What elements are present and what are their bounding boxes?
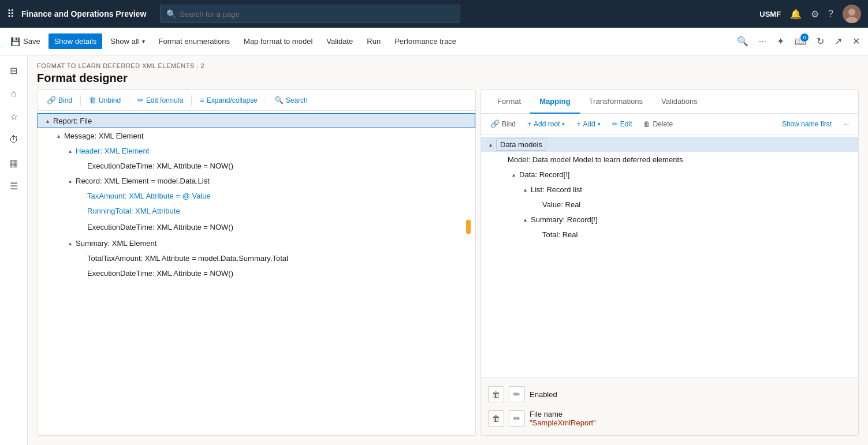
mapping-item-text: Total: Real bbox=[542, 230, 578, 239]
tree-item[interactable]: ExecutionDateTime: XML Attribute = NOW() bbox=[38, 218, 475, 235]
toolbar-refresh-icon[interactable]: ↻ bbox=[813, 32, 828, 50]
ftb-separator-2 bbox=[129, 95, 129, 106]
tree-toggle[interactable]: ▴ bbox=[65, 238, 74, 248]
mapping-item[interactable]: ▴ Summary: Record[!] bbox=[481, 212, 858, 227]
global-search-input[interactable] bbox=[180, 10, 454, 18]
toolbar-close-icon[interactable]: ✕ bbox=[849, 32, 863, 50]
toolbar: 💾 Save Show details Show all Format enum… bbox=[0, 28, 868, 55]
designer-layout: 🔗 Bind 🗑 Unbind ✏ Edit formula bbox=[28, 89, 868, 445]
toolbar-open-icon[interactable]: ↗ bbox=[831, 32, 845, 50]
mapping-item[interactable]: Total: Real bbox=[481, 227, 858, 242]
delete-button[interactable]: 🗑 Delete bbox=[639, 118, 677, 130]
sidebar-history-icon[interactable]: ⏱ bbox=[3, 129, 24, 150]
tree-item[interactable]: ▴ Header: XML Element bbox=[38, 143, 475, 158]
mapping-toggle[interactable]: ▴ bbox=[509, 170, 518, 179]
mapping-toggle[interactable]: ▴ bbox=[520, 185, 530, 194]
breadcrumb: FORMAT TO LEARN DEFERRED XML ELEMENTS : … bbox=[37, 62, 859, 69]
show-details-button[interactable]: Show details bbox=[49, 33, 103, 49]
edit-formula-button[interactable]: ✏ Edit formula bbox=[133, 94, 188, 107]
edit-formula-icon: ✏ bbox=[137, 96, 144, 104]
tree-item-text: RunningTotal: XML Attribute bbox=[87, 207, 180, 215]
tree-item-text: ExecutionDateTime: XML Attribute = NOW() bbox=[87, 223, 233, 231]
filename-edit-button[interactable]: ✏ bbox=[509, 410, 525, 427]
enabled-delete-button[interactable]: 🗑 bbox=[488, 386, 504, 402]
toolbar-book-icon[interactable]: 📖 0 bbox=[791, 32, 810, 50]
search-icon: 🔍 bbox=[166, 9, 176, 18]
avatar[interactable] bbox=[843, 5, 861, 23]
main-layout: ⊟ ⌂ ☆ ⏱ ▦ ☰ FORMAT TO LEARN DEFERRED XML… bbox=[0, 55, 868, 445]
run-label: Run bbox=[367, 37, 381, 46]
tree-toggle[interactable]: ▴ bbox=[43, 116, 52, 125]
edit-button[interactable]: ✏ Edit bbox=[608, 118, 637, 130]
tree-item[interactable]: ▴ Summary: XML Element bbox=[38, 235, 475, 250]
expand-collapse-button[interactable]: ≡ Expand/collapse bbox=[195, 94, 262, 107]
sidebar-filter-icon[interactable]: ⊟ bbox=[3, 60, 24, 81]
map-format-to-model-button[interactable]: Map format to model bbox=[238, 33, 318, 49]
mapping-item[interactable]: ▴ Data models bbox=[481, 137, 858, 152]
mapping-item[interactable]: Model: Data model Model to learn deferre… bbox=[481, 152, 858, 167]
edit-formula-label: Edit formula bbox=[146, 96, 183, 104]
tree-toggle[interactable]: ▴ bbox=[65, 176, 74, 185]
more-options-button[interactable]: ··· bbox=[839, 118, 854, 130]
tree-item[interactable]: ExecutionDateTime: XML Attribute = NOW() bbox=[38, 158, 475, 173]
sidebar-calendar-icon[interactable]: ▦ bbox=[3, 152, 24, 173]
add-button[interactable]: + Add bbox=[572, 118, 605, 130]
bind-button[interactable]: 🔗 Bind bbox=[42, 94, 77, 107]
format-panel: 🔗 Bind 🗑 Unbind ✏ Edit formula bbox=[37, 89, 476, 436]
toolbar-pin-icon[interactable]: ✦ bbox=[773, 32, 788, 50]
mapping-item[interactable]: Value: Real bbox=[481, 197, 858, 212]
mapping-item[interactable]: ▴ List: Record list bbox=[481, 182, 858, 197]
tree-item[interactable]: ▴ Message: XML Element bbox=[38, 128, 475, 143]
mapping-toggle[interactable]: ▴ bbox=[486, 140, 495, 149]
tree-item[interactable]: TotalTaxAmount: XML Attribute = model.Da… bbox=[38, 250, 475, 265]
add-root-button[interactable]: + Add root bbox=[523, 118, 569, 130]
add-root-icon: + bbox=[527, 120, 531, 128]
filename-property-row: 🗑 ✏ File name "SampleXmlReport" bbox=[488, 406, 851, 431]
help-icon[interactable]: ? bbox=[828, 9, 833, 19]
toolbar-search-icon[interactable]: 🔍 bbox=[733, 32, 752, 50]
tree-item[interactable]: RunningTotal: XML Attribute bbox=[38, 203, 475, 218]
filename-delete-button[interactable]: 🗑 bbox=[488, 410, 504, 427]
tree-toggle[interactable]: ▴ bbox=[65, 146, 74, 155]
show-all-label: Show all bbox=[110, 37, 139, 46]
filename-label: File name bbox=[530, 410, 596, 418]
sidebar-star-icon[interactable]: ☆ bbox=[3, 106, 24, 127]
tab-validations[interactable]: Validations bbox=[652, 90, 707, 114]
mapping-item[interactable]: ▴ Data: Record[!] bbox=[481, 167, 858, 182]
save-button[interactable]: 💾 Save bbox=[5, 33, 46, 50]
validate-button[interactable]: Validate bbox=[321, 33, 359, 49]
filename-value: "SampleXmlReport" bbox=[530, 418, 596, 427]
save-icon: 💾 bbox=[10, 37, 20, 46]
format-enumerations-button[interactable]: Format enumerations bbox=[153, 33, 236, 49]
enabled-edit-button[interactable]: ✏ bbox=[509, 386, 525, 402]
search-icon-small: 🔍 bbox=[274, 96, 284, 104]
show-name-first-button[interactable]: Show name first bbox=[777, 118, 836, 130]
tree-toggle[interactable]: ▴ bbox=[54, 131, 63, 140]
performance-trace-button[interactable]: Performance trace bbox=[389, 33, 462, 49]
global-search-bar[interactable]: 🔍 bbox=[160, 5, 460, 23]
settings-icon[interactable]: ⚙ bbox=[811, 9, 819, 20]
mapping-bind-label: Bind bbox=[502, 120, 516, 128]
run-button[interactable]: Run bbox=[361, 33, 386, 49]
sidebar-home-icon[interactable]: ⌂ bbox=[3, 83, 24, 104]
waffle-icon[interactable]: ⠿ bbox=[7, 8, 14, 20]
nav-right: USMF 🔔 ⚙ ? bbox=[759, 5, 861, 23]
mapping-toggle[interactable]: ▴ bbox=[520, 215, 530, 224]
sidebar-list-icon[interactable]: ☰ bbox=[3, 175, 24, 196]
tab-mapping[interactable]: Mapping bbox=[530, 90, 579, 114]
mapping-bind-button[interactable]: 🔗 Bind bbox=[486, 117, 520, 130]
tree-item[interactable]: TaxAmount: XML Attribute = @.Value bbox=[38, 188, 475, 203]
tree-toggle bbox=[77, 161, 86, 170]
notification-icon[interactable]: 🔔 bbox=[790, 9, 802, 20]
search-button[interactable]: 🔍 Search bbox=[270, 94, 312, 107]
toolbar-more-icon[interactable]: ··· bbox=[755, 33, 770, 50]
tab-format-label: Format bbox=[497, 97, 521, 106]
tab-transformations[interactable]: Transformations bbox=[580, 90, 652, 114]
unbind-button[interactable]: 🗑 Unbind bbox=[84, 94, 125, 107]
tree-item-text: Summary: XML Element bbox=[76, 239, 157, 248]
tree-item[interactable]: ▴ Record: XML Element = model.Data.List bbox=[38, 173, 475, 188]
show-all-button[interactable]: Show all bbox=[105, 33, 150, 49]
tree-item[interactable]: ▴ Report: File bbox=[38, 113, 475, 128]
tab-format[interactable]: Format bbox=[488, 90, 530, 114]
tree-item[interactable]: ExecutionDateTime: XML Attribute = NOW() bbox=[38, 265, 475, 281]
